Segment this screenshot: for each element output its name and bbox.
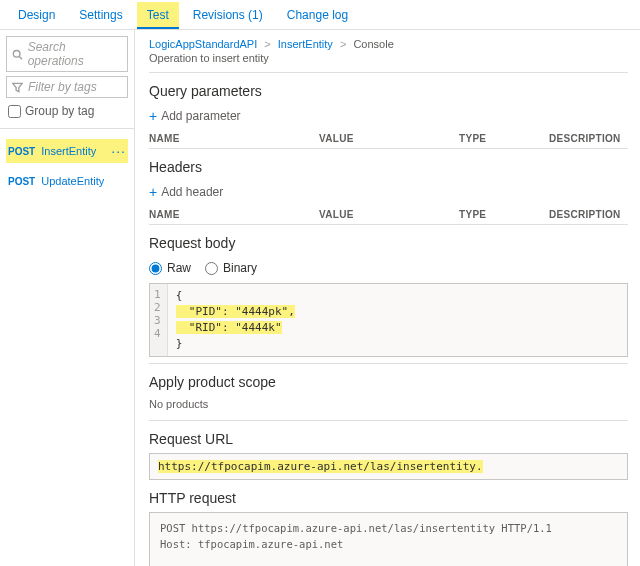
tab-design[interactable]: Design [8, 2, 65, 29]
col-desc: DESCRIPTION [549, 133, 628, 144]
tab-revisions[interactable]: Revisions (1) [183, 2, 273, 29]
operation-method: POST [8, 176, 35, 187]
operation-description: Operation to insert entity [149, 52, 628, 64]
operation-menu-icon[interactable]: ··· [111, 143, 126, 159]
http-request-box: POST https://tfpocapim.azure-api.net/las… [149, 512, 628, 566]
crumb-page: Console [353, 38, 393, 50]
group-by-tag[interactable]: Group by tag [6, 102, 128, 124]
main-panel: LogicAppStandardAPI > InsertEntity > Con… [135, 30, 640, 566]
breadcrumb: LogicAppStandardAPI > InsertEntity > Con… [149, 38, 628, 50]
crumb-api[interactable]: LogicAppStandardAPI [149, 38, 257, 50]
request-url-value: https://tfpocapim.azure-api.net/las/inse… [158, 460, 483, 473]
group-by-tag-checkbox[interactable] [8, 105, 21, 118]
body-content: { "PID": "4444pk", "RID": "4444k" } [168, 284, 303, 356]
tab-test[interactable]: Test [137, 2, 179, 29]
filter-placeholder: Filter by tags [28, 80, 97, 94]
svg-marker-2 [13, 83, 23, 91]
add-parameter-button[interactable]: +Add parameter [149, 105, 241, 129]
tab-changelog[interactable]: Change log [277, 2, 358, 29]
search-operations[interactable]: Search operations [6, 36, 128, 72]
add-header-button[interactable]: +Add header [149, 181, 223, 205]
col-type: TYPE [459, 133, 549, 144]
crumb-op[interactable]: InsertEntity [278, 38, 333, 50]
header-columns: NAME VALUE TYPE DESCRIPTION [149, 205, 628, 225]
request-url-box: https://tfpocapim.azure-api.net/las/inse… [149, 453, 628, 480]
col-type: TYPE [459, 209, 549, 220]
operation-list: POST InsertEntity ··· POST UpdateEntity [6, 139, 128, 191]
col-name: NAME [149, 133, 319, 144]
sidebar-separator [0, 128, 134, 129]
svg-point-0 [13, 50, 20, 57]
section-http: HTTP request [149, 490, 628, 506]
col-value: VALUE [319, 133, 459, 144]
operation-name: UpdateEntity [41, 175, 104, 187]
sidebar: Search operations Filter by tags Group b… [0, 30, 135, 566]
body-type-radio: Raw Binary [149, 257, 628, 283]
col-name: NAME [149, 209, 319, 220]
filter-icon [12, 82, 23, 93]
col-desc: DESCRIPTION [549, 209, 628, 220]
section-query: Query parameters [149, 83, 628, 99]
no-products: No products [149, 396, 628, 414]
top-tabs: Design Settings Test Revisions (1) Chang… [0, 0, 640, 30]
search-placeholder: Search operations [28, 40, 122, 68]
request-body-editor[interactable]: 1234 { "PID": "4444pk", "RID": "4444k" } [149, 283, 628, 357]
section-scope: Apply product scope [149, 374, 628, 390]
line-gutter: 1234 [150, 284, 168, 356]
radio-binary[interactable]: Binary [205, 261, 257, 275]
plus-icon: + [149, 109, 157, 123]
operation-insert-entity[interactable]: POST InsertEntity ··· [6, 139, 128, 163]
query-columns: NAME VALUE TYPE DESCRIPTION [149, 129, 628, 149]
col-value: VALUE [319, 209, 459, 220]
group-by-tag-label: Group by tag [25, 104, 94, 118]
operation-update-entity[interactable]: POST UpdateEntity [6, 171, 128, 191]
operation-method: POST [8, 146, 35, 157]
search-icon [12, 49, 23, 60]
svg-line-1 [19, 56, 22, 59]
section-url: Request URL [149, 431, 628, 447]
filter-tags[interactable]: Filter by tags [6, 76, 128, 98]
plus-icon: + [149, 185, 157, 199]
section-headers: Headers [149, 159, 628, 175]
tab-settings[interactable]: Settings [69, 2, 132, 29]
section-body: Request body [149, 235, 628, 251]
radio-raw[interactable]: Raw [149, 261, 191, 275]
operation-name: InsertEntity [41, 145, 96, 157]
